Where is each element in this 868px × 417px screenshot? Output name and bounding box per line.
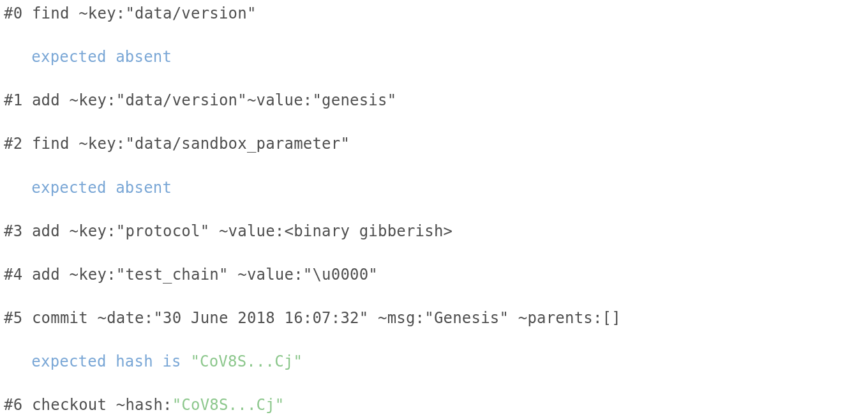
log-line: #6 checkout ~hash:"CoV8S...Cj": [4, 394, 864, 416]
string-literal: "\u0000": [303, 266, 378, 284]
cmd: ~value:<binary gibberish>: [209, 222, 453, 240]
string-literal: "data/version": [125, 4, 256, 22]
log-expectation: expected absent: [4, 177, 864, 199]
expected-text: expected absent: [31, 179, 172, 197]
cmd: add ~key:: [32, 266, 116, 284]
step-number: #5: [4, 309, 22, 327]
string-literal: "data/sandbox_parameter": [125, 135, 350, 153]
cmd: ~value:: [247, 91, 313, 109]
log-line: #5 commit ~date:"30 June 2018 16:07:32" …: [4, 307, 864, 329]
log-line: #0 find ~key:"data/version": [4, 3, 864, 24]
log-expectation: expected absent: [4, 46, 864, 68]
log-trace: #0 find ~key:"data/version" expected abs…: [0, 0, 868, 417]
hash-value: "CoV8S...Cj": [172, 396, 285, 414]
string-literal: "protocol": [116, 222, 210, 240]
expected-text: expected hash is: [31, 353, 190, 370]
log-line: #2 find ~key:"data/sandbox_parameter": [4, 133, 864, 155]
log-line: #1 add ~key:"data/version"~value:"genesi…: [4, 89, 864, 111]
cmd: add ~key:: [32, 222, 116, 240]
string-literal: "test_chain": [116, 266, 228, 284]
string-literal: "30 June 2018 16:07:32": [153, 309, 368, 327]
step-number: #3: [4, 222, 22, 240]
step-number: #0: [4, 4, 22, 22]
cmd: find ~key:: [32, 135, 126, 153]
cmd: find ~key:: [32, 4, 126, 22]
log-line: #3 add ~key:"protocol" ~value:<binary gi…: [4, 220, 864, 242]
string-literal: "genesis": [312, 91, 396, 109]
cmd: add ~key:: [32, 91, 116, 109]
step-number: #4: [4, 266, 22, 284]
log-expectation: expected hash is "CoV8S...Cj": [4, 351, 864, 372]
cmd: ~value:: [228, 266, 303, 284]
hash-value: "CoV8S...Cj": [190, 353, 303, 370]
step-number: #1: [4, 91, 22, 109]
log-line: #4 add ~key:"test_chain" ~value:"\u0000": [4, 264, 864, 285]
cmd: ~msg:: [368, 309, 424, 327]
step-number: #6: [4, 396, 22, 414]
cmd: ~parents:[]: [509, 309, 621, 327]
string-literal: "Genesis": [424, 309, 509, 327]
cmd: commit ~date:: [32, 309, 153, 327]
cmd: checkout ~hash:: [32, 396, 172, 414]
expected-text: expected absent: [31, 48, 172, 66]
step-number: #2: [4, 135, 22, 153]
string-literal: "data/version": [116, 91, 247, 109]
